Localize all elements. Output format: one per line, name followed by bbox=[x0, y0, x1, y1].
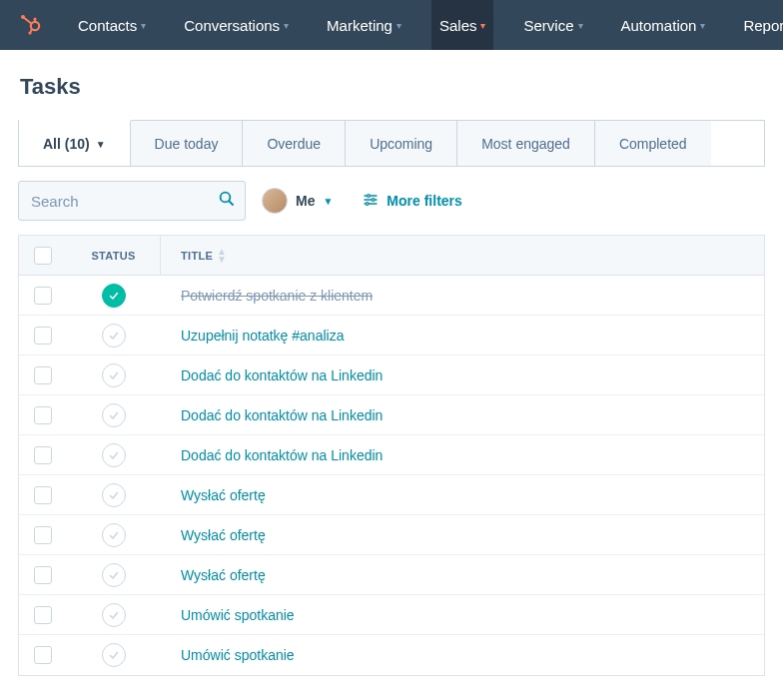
task-title-link[interactable]: Potwierdź spotkanie z klientem bbox=[181, 288, 373, 304]
status-toggle[interactable] bbox=[102, 403, 126, 427]
table-row: Wysłać ofertę bbox=[19, 515, 764, 555]
more-filters-label: More filters bbox=[387, 193, 461, 209]
search-icon[interactable] bbox=[218, 190, 236, 212]
table-row: Wysłać ofertę bbox=[19, 475, 764, 515]
table-row: Uzupełnij notatkę #analiza bbox=[19, 316, 764, 355]
tab-due-today[interactable]: Due today bbox=[131, 121, 244, 166]
nav-item-sales[interactable]: Sales▾ bbox=[431, 0, 494, 50]
tab-all[interactable]: All (10)▼ bbox=[19, 120, 131, 166]
chevron-down-icon: ▾ bbox=[578, 20, 583, 31]
hubspot-logo-icon[interactable] bbox=[18, 13, 42, 37]
task-title-link[interactable]: Wysłać ofertę bbox=[181, 567, 266, 583]
tab-most-engaged[interactable]: Most engaged bbox=[457, 121, 595, 166]
status-toggle[interactable] bbox=[102, 603, 126, 627]
row-checkbox[interactable] bbox=[34, 287, 52, 305]
svg-line-8 bbox=[229, 201, 233, 205]
tab-completed[interactable]: Completed bbox=[595, 121, 711, 166]
chevron-down-icon: ▼ bbox=[323, 196, 333, 207]
table-row: Wysłać ofertę bbox=[19, 555, 764, 595]
row-checkbox[interactable] bbox=[34, 606, 52, 624]
nav-item-reports[interactable]: Reports▾ bbox=[735, 0, 783, 50]
chevron-down-icon: ▾ bbox=[480, 20, 485, 31]
task-title-link[interactable]: Wysłać ofertę bbox=[181, 487, 266, 503]
nav-item-automation[interactable]: Automation▾ bbox=[613, 0, 714, 50]
more-filters-button[interactable]: More filters bbox=[363, 192, 461, 211]
status-toggle[interactable] bbox=[102, 523, 126, 547]
nav-item-contacts[interactable]: Contacts▾ bbox=[70, 0, 154, 50]
svg-point-12 bbox=[373, 198, 376, 201]
table-body: Potwierdź spotkanie z klientemUzupełnij … bbox=[19, 276, 764, 675]
filter-bar: Me ▼ More filters bbox=[0, 167, 783, 235]
row-checkbox[interactable] bbox=[34, 486, 52, 504]
row-checkbox[interactable] bbox=[34, 526, 52, 544]
chevron-down-icon: ▼ bbox=[96, 139, 106, 150]
column-header-status[interactable]: STATUS bbox=[67, 236, 161, 275]
top-nav: Contacts▾ Conversations▾ Marketing▾ Sale… bbox=[0, 0, 783, 50]
row-checkbox[interactable] bbox=[34, 366, 52, 384]
search-input[interactable] bbox=[18, 181, 246, 221]
table-row: Umówić spotkanie bbox=[19, 595, 764, 635]
task-title-link[interactable]: Dodać do kontaktów na Linkedin bbox=[181, 367, 383, 383]
status-toggle[interactable] bbox=[102, 643, 126, 667]
sort-icon: ▲▼ bbox=[217, 248, 227, 264]
status-toggle[interactable] bbox=[102, 284, 126, 308]
row-checkbox[interactable] bbox=[34, 566, 52, 584]
chevron-down-icon: ▾ bbox=[284, 20, 289, 31]
search-box bbox=[18, 181, 246, 221]
tab-overdue[interactable]: Overdue bbox=[243, 121, 346, 166]
owner-filter[interactable]: Me ▼ bbox=[262, 188, 333, 214]
tabs: All (10)▼ Due today Overdue Upcoming Mos… bbox=[18, 120, 765, 167]
task-title-link[interactable]: Dodać do kontaktów na Linkedin bbox=[181, 407, 383, 423]
chevron-down-icon: ▾ bbox=[396, 20, 401, 31]
status-toggle[interactable] bbox=[102, 443, 126, 467]
status-toggle[interactable] bbox=[102, 363, 126, 387]
task-title-link[interactable]: Uzupełnij notatkę #analiza bbox=[181, 328, 344, 344]
sliders-icon bbox=[363, 192, 379, 211]
nav-item-conversations[interactable]: Conversations▾ bbox=[176, 0, 297, 50]
table-row: Dodać do kontaktów na Linkedin bbox=[19, 355, 764, 395]
page-title: Tasks bbox=[0, 50, 783, 120]
task-title-link[interactable]: Umówić spotkanie bbox=[181, 607, 295, 623]
table-row: Dodać do kontaktów na Linkedin bbox=[19, 435, 764, 475]
row-checkbox[interactable] bbox=[34, 446, 52, 464]
row-checkbox[interactable] bbox=[34, 406, 52, 424]
table-row: Umówić spotkanie bbox=[19, 635, 764, 675]
table-row: Potwierdź spotkanie z klientem bbox=[19, 276, 764, 316]
column-header-title[interactable]: TITLE ▲▼ bbox=[161, 248, 764, 264]
owner-filter-label: Me bbox=[296, 193, 315, 209]
avatar bbox=[262, 188, 288, 214]
status-toggle[interactable] bbox=[102, 563, 126, 587]
select-all-checkbox[interactable] bbox=[34, 247, 52, 265]
status-toggle[interactable] bbox=[102, 483, 126, 507]
tab-upcoming[interactable]: Upcoming bbox=[346, 121, 457, 166]
nav-item-service[interactable]: Service▾ bbox=[515, 0, 590, 50]
table-row: Dodać do kontaktów na Linkedin bbox=[19, 395, 764, 435]
row-checkbox[interactable] bbox=[34, 327, 52, 345]
task-title-link[interactable]: Wysłać ofertę bbox=[181, 527, 266, 543]
svg-point-2 bbox=[21, 15, 25, 19]
svg-point-14 bbox=[367, 202, 370, 205]
status-toggle[interactable] bbox=[102, 324, 126, 348]
table-header: STATUS TITLE ▲▼ bbox=[19, 236, 764, 276]
task-title-link[interactable]: Dodać do kontaktów na Linkedin bbox=[181, 447, 383, 463]
svg-point-10 bbox=[368, 194, 371, 197]
row-checkbox[interactable] bbox=[34, 646, 52, 664]
task-title-link[interactable]: Umówić spotkanie bbox=[181, 647, 295, 663]
svg-line-6 bbox=[31, 29, 33, 32]
nav-item-marketing[interactable]: Marketing▾ bbox=[319, 0, 409, 50]
chevron-down-icon: ▾ bbox=[700, 20, 705, 31]
chevron-down-icon: ▾ bbox=[141, 20, 146, 31]
tasks-table: STATUS TITLE ▲▼ Potwierdź spotkanie z kl… bbox=[18, 235, 765, 676]
